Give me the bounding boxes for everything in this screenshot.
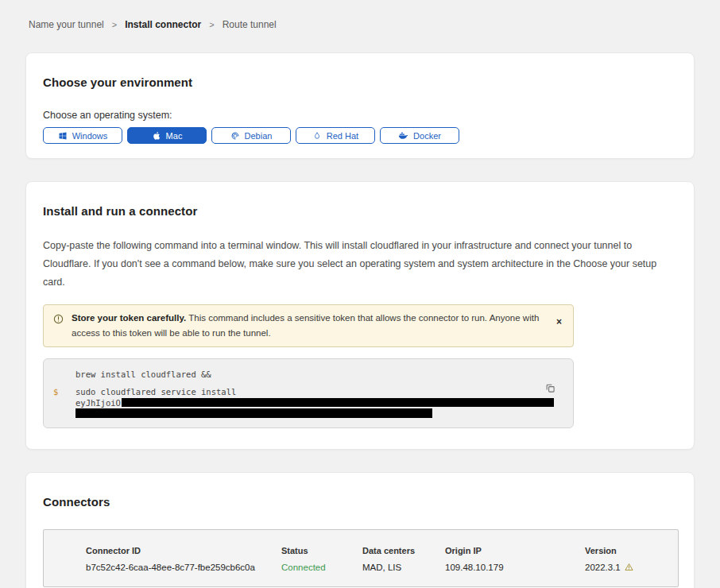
install-command-code-block: brew install cloudflared && $sudo cloudf… <box>43 358 574 427</box>
token-warning-title: Store your token carefully. <box>72 313 186 323</box>
redhat-logo-icon <box>312 131 322 141</box>
environment-card: Choose your environment Choose an operat… <box>25 52 695 159</box>
breadcrumb-separator: > <box>209 20 214 29</box>
os-button-label: Windows <box>72 131 108 141</box>
status-badge: Connected <box>281 563 362 572</box>
warning-triangle-icon[interactable] <box>625 563 633 571</box>
copy-command-button[interactable] <box>545 383 555 393</box>
os-button-debian[interactable]: Debian <box>211 127 291 144</box>
version-value-cell: 2022.3.1 <box>585 563 670 572</box>
connectors-card-title: Connectors <box>43 495 677 509</box>
data-centers-value: MAD, LIS <box>362 563 445 572</box>
os-button-redhat[interactable]: Red Hat <box>296 127 375 144</box>
windows-logo-icon <box>58 131 68 141</box>
install-card-title: Install and run a connector <box>43 204 677 218</box>
os-button-label: Mac <box>166 131 183 141</box>
os-button-windows[interactable]: Windows <box>43 127 122 144</box>
alert-circle-icon <box>53 314 64 324</box>
token-warning-banner: Store your token carefully. This command… <box>43 304 574 347</box>
breadcrumb: Name your tunnel > Install connector > R… <box>29 19 695 30</box>
redacted-token-bar <box>75 408 432 418</box>
column-header-connector-id: Connector ID <box>86 546 281 555</box>
connectors-table-header: Connector ID Status Data centers Origin … <box>86 546 670 555</box>
breadcrumb-step-install-connector[interactable]: Install connector <box>125 19 201 30</box>
code-command-text: sudo cloudflared service install <box>75 387 236 397</box>
connectors-card: Connectors Connector ID Status Data cent… <box>25 472 695 588</box>
origin-ip-value: 109.48.10.179 <box>445 563 585 572</box>
column-header-version: Version <box>585 546 670 555</box>
breadcrumb-step-name-your-tunnel[interactable]: Name your tunnel <box>29 19 104 30</box>
breadcrumb-separator: > <box>112 20 117 29</box>
redacted-token-bar <box>122 398 554 407</box>
connectors-table: Connector ID Status Data centers Origin … <box>43 529 679 587</box>
code-line-sudo: $sudo cloudflared service install <box>53 387 562 397</box>
docker-logo-icon <box>398 130 408 141</box>
table-row: b7c52c42-6caa-48ee-8c77-fbe259cb6c0a Con… <box>86 563 670 572</box>
version-value: 2022.3.1 <box>585 563 621 572</box>
os-button-docker[interactable]: Docker <box>380 127 459 144</box>
token-line: eyJhIjoiO <box>53 398 562 408</box>
connector-id-value: b7c52c42-6caa-48ee-8c77-fbe259cb6c0a <box>86 563 281 572</box>
install-connector-card: Install and run a connector Copy-paste t… <box>25 181 695 450</box>
os-button-label: Docker <box>413 131 441 141</box>
shell-prompt: $ <box>53 387 75 397</box>
apple-logo-icon <box>152 131 161 141</box>
os-button-label: Red Hat <box>327 131 358 141</box>
tunnel-setup-page: Name your tunnel > Install connector > R… <box>0 0 720 588</box>
column-header-status: Status <box>281 546 362 555</box>
copy-icon <box>545 383 555 393</box>
token-warning-text: Store your token carefully. This command… <box>72 311 544 341</box>
column-header-data-centers: Data centers <box>362 546 445 555</box>
os-button-mac[interactable]: Mac <box>127 127 207 144</box>
column-header-origin-ip: Origin IP <box>445 546 585 555</box>
breadcrumb-step-route-tunnel[interactable]: Route tunnel <box>223 19 277 30</box>
install-instructions: Copy-paste the following command into a … <box>43 237 677 292</box>
os-button-group: Windows Mac Debian Red Hat <box>43 127 677 150</box>
banner-close-button[interactable]: × <box>556 317 562 327</box>
token-line-2 <box>53 408 562 418</box>
code-line-brew: brew install cloudflared && <box>53 369 562 380</box>
os-button-label: Debian <box>245 131 273 141</box>
debian-logo-icon <box>230 131 240 141</box>
token-prefix: eyJhIjoiO <box>75 398 121 408</box>
environment-card-title: Choose your environment <box>43 75 677 89</box>
os-select-label: Choose an operating system: <box>43 110 677 121</box>
